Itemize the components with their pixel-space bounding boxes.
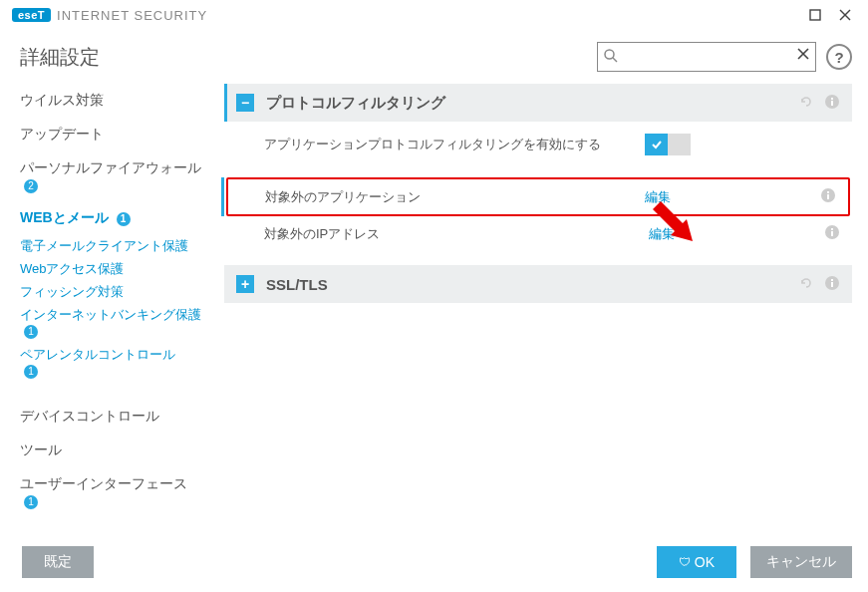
section-header-ssltls[interactable]: + SSL/TLS [224, 265, 852, 303]
page-title: 詳細設定 [20, 44, 100, 71]
info-icon[interactable] [824, 275, 840, 294]
sidebar-sub-phishing[interactable]: フィッシング対策 [20, 281, 216, 304]
sidebar-sub-label: ペアレンタルコントロール [20, 347, 175, 362]
row-excluded-apps: 対象外のアプリケーション 編集 [226, 177, 850, 216]
sidebar-sub-web-access[interactable]: Webアクセス保護 [20, 258, 216, 281]
check-icon [645, 134, 668, 155]
svg-marker-19 [653, 201, 693, 241]
shield-icon: 🛡 [679, 555, 691, 569]
sidebar-sub-label: インターネットバンキング保護 [20, 307, 201, 322]
sidebar-item-update[interactable]: アップデート [20, 118, 216, 151]
collapse-icon[interactable]: − [236, 94, 254, 112]
help-button[interactable]: ? [826, 44, 852, 70]
sidebar-item-firewall[interactable]: パーソナルファイアウォール 2 [20, 151, 216, 201]
app-logo-badge: eseT [12, 8, 51, 22]
cancel-button[interactable]: キャンセル [750, 546, 852, 578]
svg-rect-9 [831, 98, 833, 100]
sidebar-badge: 1 [24, 495, 38, 509]
app-logo-text: INTERNET SECURITY [57, 8, 207, 23]
sidebar-badge: 1 [24, 325, 38, 339]
window-close-button[interactable] [830, 2, 860, 28]
sidebar: ウイルス対策 アップデート パーソナルファイアウォール 2 WEBとメール 1 … [20, 84, 224, 522]
sidebar-item-label: WEBとメール [20, 209, 109, 225]
svg-point-3 [605, 50, 614, 59]
sidebar-item-label: パーソナルファイアウォール [20, 159, 201, 175]
ok-label: OK [695, 554, 715, 570]
annotation-arrow [653, 199, 703, 252]
window-maximize-button[interactable] [800, 2, 830, 28]
sidebar-item-label: ユーザーインターフェース [20, 475, 187, 491]
svg-rect-11 [827, 194, 829, 199]
sidebar-item-device-control[interactable]: デバイスコントロール [20, 400, 216, 434]
expand-icon[interactable]: + [236, 275, 254, 293]
row-enable-filtering: アプリケーションプロトコルフィルタリングを有効にする [224, 126, 852, 163]
sidebar-sub-banking[interactable]: インターネットバンキング保護 1 [20, 304, 216, 344]
section-title: プロトコルフィルタリング [266, 94, 798, 113]
svg-rect-8 [831, 101, 833, 106]
sidebar-badge: 1 [24, 365, 38, 379]
info-icon[interactable] [824, 224, 840, 243]
sidebar-item-ui[interactable]: ユーザーインターフェース 1 [20, 467, 216, 517]
section-header-protocol[interactable]: − プロトコルフィルタリング [224, 84, 852, 122]
svg-rect-17 [831, 282, 833, 287]
sidebar-item-web-email[interactable]: WEBとメール 1 [20, 201, 216, 235]
sidebar-item-antivirus[interactable]: ウイルス対策 [20, 84, 216, 118]
svg-rect-18 [831, 279, 833, 281]
square-icon [809, 9, 821, 21]
row-label: 対象外のIPアドレス [264, 225, 649, 243]
x-icon [796, 47, 810, 61]
row-excluded-ips: 対象外のIPアドレス 編集 [224, 216, 852, 251]
section-title: SSL/TLS [266, 276, 798, 293]
sidebar-badge: 2 [24, 179, 38, 193]
sidebar-badge: 1 [117, 212, 131, 226]
svg-rect-15 [831, 228, 833, 230]
ok-button[interactable]: 🛡 OK [657, 546, 736, 578]
search-clear-button[interactable] [796, 47, 810, 64]
svg-rect-14 [831, 231, 833, 236]
search-input[interactable] [597, 42, 816, 72]
revert-icon[interactable] [798, 275, 814, 294]
toggle-enable-filtering[interactable] [645, 134, 691, 155]
main-panel: − プロトコルフィルタリング アプリケーションプロトコルフィルタリングを有効にす… [224, 84, 852, 522]
revert-icon[interactable] [798, 94, 814, 113]
row-label: 対象外のアプリケーション [265, 188, 645, 206]
svg-rect-0 [810, 10, 820, 20]
info-icon[interactable] [820, 187, 836, 206]
default-button[interactable]: 既定 [22, 546, 94, 578]
row-label: アプリケーションプロトコルフィルタリングを有効にする [264, 136, 645, 153]
svg-rect-12 [827, 191, 829, 193]
search-icon [603, 48, 619, 67]
info-icon[interactable] [824, 94, 840, 113]
svg-line-4 [613, 58, 617, 62]
sidebar-item-tools[interactable]: ツール [20, 434, 216, 467]
sidebar-sub-parental[interactable]: ペアレンタルコントロール 1 [20, 344, 216, 384]
close-icon [839, 9, 851, 21]
sidebar-sub-email-client[interactable]: 電子メールクライアント保護 [20, 235, 216, 258]
